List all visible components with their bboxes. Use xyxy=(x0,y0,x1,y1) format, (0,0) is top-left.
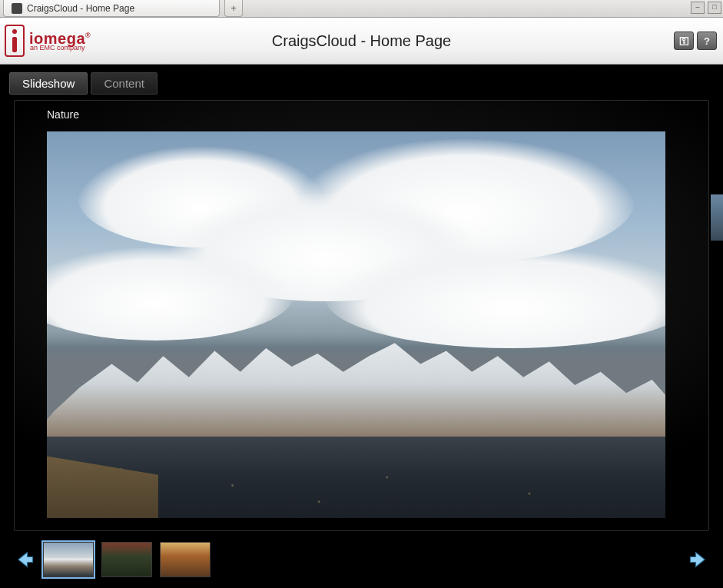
header-actions: ⚿ ? xyxy=(674,32,717,50)
brand-tagline: an EMC company xyxy=(30,45,91,51)
thumbnail-2[interactable] xyxy=(101,542,152,577)
help-icon: ? xyxy=(704,35,710,47)
iomega-mark-icon xyxy=(5,25,25,57)
app-header: iomega® an EMC company CraigsCloud - Hom… xyxy=(0,18,723,65)
current-photo[interactable] xyxy=(47,131,665,518)
thumbnail-1[interactable] xyxy=(43,542,94,577)
browser-tab-active[interactable]: CraigsCloud - Home Page xyxy=(3,0,220,17)
next-arrow-button[interactable] xyxy=(688,549,709,570)
window-minimize-button[interactable]: – xyxy=(691,2,705,14)
window-controls: – □ xyxy=(691,2,721,14)
browser-tab-bar: CraigsCloud - Home Page + – □ xyxy=(0,0,723,18)
brand-registered: ® xyxy=(85,32,91,39)
arrow-left-icon xyxy=(14,549,35,570)
brand-text: iomega® an EMC company xyxy=(29,31,91,51)
next-image-peek[interactable] xyxy=(710,194,723,241)
view-tabs: Slideshow Content xyxy=(0,65,723,99)
arrow-right-icon xyxy=(688,549,709,570)
thumbnail-3[interactable] xyxy=(160,542,211,577)
help-button[interactable]: ? xyxy=(697,32,717,50)
favicon-icon xyxy=(12,3,22,14)
tab-content[interactable]: Content xyxy=(91,72,158,95)
page-title: CraigsCloud - Home Page xyxy=(272,32,451,50)
brand-logo[interactable]: iomega® an EMC company xyxy=(5,25,91,57)
viewer-area: Slideshow Content Nature xyxy=(0,65,723,588)
new-tab-button[interactable]: + xyxy=(224,0,243,17)
thumbnail-list xyxy=(43,542,211,577)
slideshow-stage: Nature xyxy=(14,100,709,531)
album-title: Nature xyxy=(15,101,708,125)
browser-tab-title: CraigsCloud - Home Page xyxy=(27,3,134,14)
window-maximize-button[interactable]: □ xyxy=(708,2,721,14)
thumbnail-strip xyxy=(14,536,709,583)
tab-slideshow[interactable]: Slideshow xyxy=(9,72,88,95)
plus-icon: + xyxy=(230,2,237,14)
prev-arrow-button[interactable] xyxy=(14,549,35,570)
login-key-button[interactable]: ⚿ xyxy=(674,32,694,50)
key-icon: ⚿ xyxy=(679,35,689,47)
